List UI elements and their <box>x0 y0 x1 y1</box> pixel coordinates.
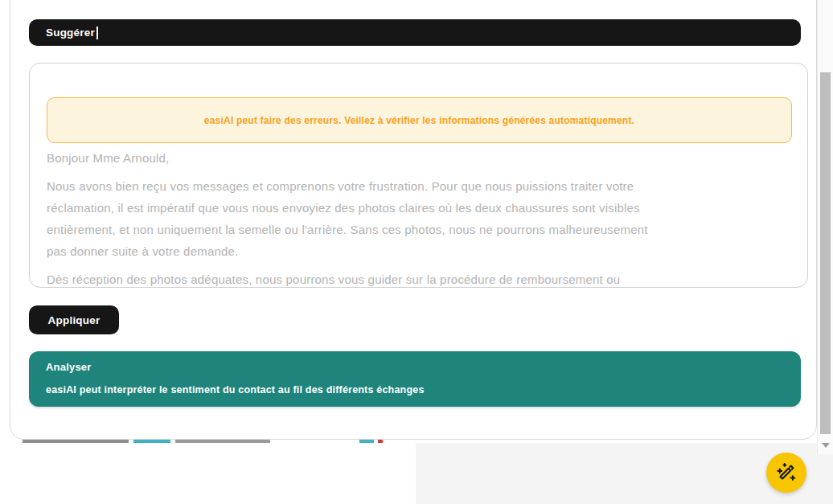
ai-warning-text: easiAI peut faire des erreurs. Veillez à… <box>204 115 634 126</box>
email-line: Bonjour Mme Arnould, <box>47 147 790 169</box>
clipped-link-fragment <box>133 440 170 443</box>
email-paragraph: Bonjour Mme Arnould, <box>47 147 790 169</box>
email-line: Nous avons bien reçu vos messages et com… <box>47 175 790 197</box>
scrollbar-thumb[interactable] <box>820 72 831 434</box>
magic-wand-icon <box>775 461 798 484</box>
analyze-feature-banner[interactable]: Analyser easiAI peut interpréter le sent… <box>29 351 801 407</box>
email-line: Dès réception des photos adéquates, nous… <box>47 268 790 288</box>
clipped-link-fragment <box>359 440 374 443</box>
scrollbar-track[interactable] <box>817 0 833 454</box>
email-paragraph: Nous avons bien reçu vos messages et com… <box>47 175 790 262</box>
clipped-text-row <box>0 440 416 443</box>
page: { "suggest_bar": { "label": "Suggérer" }… <box>0 0 833 504</box>
generated-email-editor[interactable]: easiAI peut faire des erreurs. Veillez à… <box>29 63 808 288</box>
email-body-text: Bonjour Mme Arnould,Nous avons bien reçu… <box>47 147 790 288</box>
apply-button[interactable]: Appliquer <box>29 305 119 334</box>
clipped-text-fragment <box>175 440 270 443</box>
analyze-title: Analyser <box>46 361 784 373</box>
email-paragraph: Dès réception des photos adéquates, nous… <box>47 268 790 288</box>
analyze-subtitle: easiAI peut interpréter le sentiment du … <box>46 384 784 395</box>
suggest-input-label: Suggérer <box>46 27 95 39</box>
email-line: entièrement, et non uniquement la semell… <box>47 219 790 240</box>
ai-assistant-fab[interactable] <box>766 453 806 493</box>
clipped-required-asterisk <box>378 440 383 443</box>
clipped-text-fragment <box>23 440 129 443</box>
scrollbar-down-arrow-icon[interactable] <box>822 443 830 448</box>
email-line: réclamation, il est impératif que vous n… <box>47 197 790 219</box>
text-cursor <box>96 27 98 39</box>
email-line: pas donner suite à votre demande. <box>47 240 790 262</box>
ai-warning-banner: easiAI peut faire des erreurs. Veillez à… <box>47 97 792 143</box>
suggest-input[interactable]: Suggérer <box>29 19 801 46</box>
